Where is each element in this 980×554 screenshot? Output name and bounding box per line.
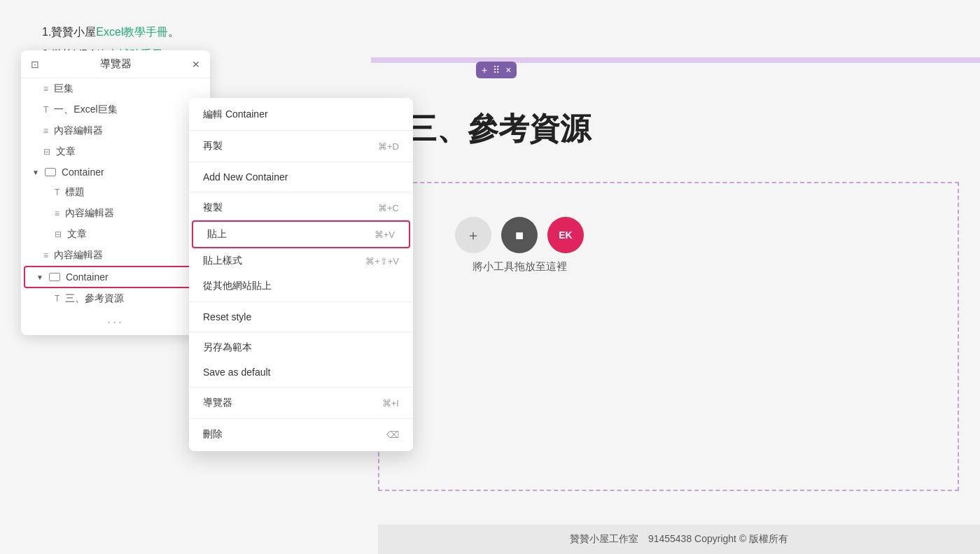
tool-area: ＋ ■ EK 將小工具拖放至這裡 (455, 217, 584, 274)
menu-label: Save as default (203, 367, 271, 378)
toolbar-plus-icon[interactable]: + (482, 64, 487, 76)
nav-item-article2[interactable]: ⊟ 文章 (21, 224, 210, 245)
nav-item-content-editor3[interactable]: ≡ 內容編輯器 (21, 245, 210, 266)
menu-item-edit-container[interactable]: 編輯 Container (189, 102, 413, 127)
menu-shortcut: ⌘+I (382, 398, 399, 409)
content-icon2: ≡ (55, 208, 59, 218)
macro-icon: ≡ (43, 84, 48, 94)
menu-divider-4 (189, 301, 413, 302)
menu-item-add-new-container[interactable]: Add New Container (189, 165, 413, 189)
menu-item-paste-from-web[interactable]: 從其他網站貼上 (189, 274, 413, 299)
nav-item-content-editor1[interactable]: ≡ 內容編輯器 (21, 120, 210, 141)
menu-item-save-as-default[interactable]: Save as default (189, 360, 413, 384)
menu-divider-6 (189, 387, 413, 388)
menu-label: 再製 (203, 140, 223, 152)
nav-more: ... (21, 312, 210, 327)
nav-item-label: 內容編輯器 (54, 125, 103, 137)
nav-item-macro[interactable]: ≡ 巨集 (21, 78, 210, 99)
menu-label: 貼上樣式 (203, 255, 242, 267)
nav-item-label: Container (66, 271, 108, 283)
article-icon: ⊟ (43, 147, 50, 157)
content-icon3: ≡ (43, 250, 48, 260)
menu-item-save-as-template[interactable]: 另存為範本 (189, 335, 413, 360)
tool-label: 將小工具拖放至這裡 (472, 260, 567, 274)
article-icon2: ⊟ (55, 229, 62, 239)
section-heading: 三、參考資源 (406, 108, 591, 150)
menu-item-delete[interactable]: 刪除 ⌫ (189, 422, 413, 447)
nav-left-icons: ⊡ (31, 59, 39, 70)
container-icon2 (49, 273, 60, 281)
menu-shortcut: ⌘+⇧+V (365, 256, 399, 267)
menu-item-duplicate[interactable]: 再製 ⌘+D (189, 134, 413, 159)
nav-item-title1[interactable]: T 標題 (21, 182, 210, 203)
title-icon: T (55, 187, 59, 197)
menu-divider-5 (189, 332, 413, 332)
menu-shortcut: ⌘+D (378, 141, 399, 152)
folder-tool-button[interactable]: ■ (501, 217, 538, 253)
line1-suffix: 。 (168, 26, 179, 38)
menu-divider-3 (189, 192, 413, 192)
toolbar-drag-icon[interactable]: ⠿ (493, 64, 500, 76)
menu-item-paste[interactable]: 貼上 ⌘+V (192, 220, 410, 248)
menu-divider-7 (189, 418, 413, 419)
reference-icon: T (55, 294, 59, 304)
nav-collapse-icon[interactable]: ⊡ (31, 59, 39, 70)
add-tool-button[interactable]: ＋ (455, 217, 491, 253)
menu-divider-2 (189, 162, 413, 162)
line1-link[interactable]: Excel教學手冊 (96, 26, 168, 38)
menu-label: Reset style (203, 311, 251, 322)
nav-item-label: 內容編輯器 (54, 249, 103, 262)
menu-label: 從其他網站貼上 (203, 280, 272, 292)
navigator-title: 導覽器 (100, 57, 132, 71)
nav-item-article1[interactable]: ⊟ 文章 (21, 141, 210, 162)
menu-shortcut: ⌘+V (374, 229, 395, 240)
menu-label: Add New Container (203, 171, 288, 183)
arrow-down-icon: ▼ (32, 169, 39, 176)
nav-item-label: 標題 (65, 186, 85, 199)
menu-item-paste-style[interactable]: 貼上樣式 ⌘+⇧+V (189, 248, 413, 274)
nav-item-label: 文章 (56, 145, 76, 158)
text-icon: T (43, 105, 48, 115)
menu-label: 導覽器 (203, 397, 232, 409)
footer-text: 贊贊小屋工作室 91455438 Copyright © 版權所有 (570, 533, 788, 546)
nav-item-label: 文章 (67, 228, 87, 241)
menu-shortcut: ⌘+C (378, 203, 399, 213)
menu-item-copy[interactable]: 複製 ⌘+C (189, 195, 413, 220)
nav-item-label: 一、Excel巨集 (54, 104, 117, 116)
container-icon (45, 168, 56, 176)
nav-item-label: Container (62, 166, 104, 178)
menu-label: 複製 (203, 201, 223, 214)
nav-item-label: 內容編輯器 (65, 207, 114, 220)
menu-item-reset-style[interactable]: Reset style (189, 305, 413, 329)
nav-item-content-editor2[interactable]: ≡ 內容編輯器 (21, 203, 210, 224)
line1: 1.贊贊小屋Excel教學手冊。 (42, 21, 938, 43)
nav-item-container1[interactable]: ▼ Container (21, 162, 210, 182)
menu-divider-1 (189, 130, 413, 131)
menu-item-navigator[interactable]: 導覽器 ⌘+I (189, 390, 413, 416)
nav-item-label: 巨集 (54, 83, 74, 95)
ek-tool-button[interactable]: EK (547, 217, 584, 253)
menu-label: 另存為範本 (203, 341, 252, 354)
arrow-down-icon2: ▼ (36, 274, 43, 281)
footer: 贊贊小屋工作室 91455438 Copyright © 版權所有 (378, 525, 980, 554)
menu-label: 刪除 (203, 428, 223, 441)
navigator-panel: ⊡ 導覽器 ✕ ≡ 巨集 T 一、Excel巨集 ≡ 內容編輯器 ⊟ 文章 ▼ … (21, 50, 210, 335)
line1-prefix: 1.贊贊小屋 (42, 26, 96, 38)
nav-item-reference[interactable]: T 三、參考資源 (21, 288, 210, 309)
nav-item-label: 三、參考資源 (65, 292, 124, 305)
nav-item-excel-macro[interactable]: T 一、Excel巨集 (21, 99, 210, 120)
tool-buttons: ＋ ■ EK (455, 217, 584, 253)
floating-toolbar: + ⠿ × (476, 62, 517, 78)
toolbar-close-icon[interactable]: × (505, 64, 511, 76)
context-menu: 編輯 Container 再製 ⌘+D Add New Container 複製… (189, 98, 413, 451)
navigator-header: ⊡ 導覽器 ✕ (21, 50, 210, 78)
nav-close-icon[interactable]: ✕ (192, 59, 200, 70)
menu-label: 編輯 Container (203, 108, 268, 121)
purple-highlight-bar (371, 57, 980, 63)
menu-shortcut: ⌫ (386, 429, 399, 440)
menu-label: 貼上 (207, 228, 227, 241)
nav-item-container2-highlighted[interactable]: ▼ Container (24, 266, 207, 288)
content-icon: ≡ (43, 126, 48, 136)
